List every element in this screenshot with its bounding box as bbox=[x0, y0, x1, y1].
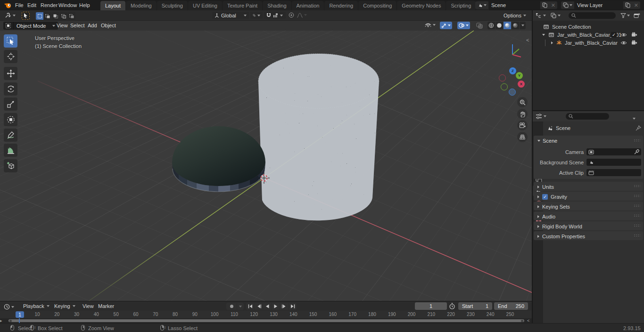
auto-keying-dropdown[interactable] bbox=[237, 303, 244, 310]
jump-to-start-button[interactable] bbox=[246, 303, 254, 310]
timeline-ruler[interactable]: 1 10203040506070809010011012013014015016… bbox=[0, 311, 532, 318]
keying-sets-panel[interactable]: Keying Sets bbox=[534, 202, 643, 211]
sidebar-collapse-arrow[interactable]: < bbox=[526, 37, 529, 43]
next-keyframe-button[interactable] bbox=[280, 303, 288, 310]
custom-properties-panel[interactable]: Custom Properties bbox=[534, 231, 643, 240]
prev-keyframe-button[interactable] bbox=[255, 303, 263, 310]
tool-move[interactable] bbox=[4, 67, 17, 80]
outliner-filter-mode[interactable] bbox=[551, 13, 561, 18]
pointcloud-object[interactable] bbox=[255, 47, 387, 231]
scene-name[interactable]: Scene bbox=[488, 1, 540, 9]
gizmo-z-axis[interactable]: Z bbox=[509, 67, 516, 74]
proportional-edit-controls[interactable] bbox=[289, 12, 307, 18]
divider-vertical[interactable] bbox=[532, 10, 533, 323]
tab-rendering[interactable]: Rendering bbox=[324, 1, 358, 10]
active-clip-field[interactable] bbox=[586, 169, 641, 176]
object-menu[interactable]: Object bbox=[97, 21, 120, 31]
tab-uv-editing[interactable]: UV Editing bbox=[188, 1, 222, 10]
rigid-body-panel[interactable]: Rigid Body World bbox=[534, 221, 643, 230]
timeline-view-menu[interactable]: View bbox=[80, 301, 96, 311]
overlays-toggle[interactable] bbox=[457, 22, 470, 29]
gizmo-x-neg[interactable] bbox=[499, 74, 506, 81]
keying-menu[interactable]: Keying bbox=[52, 301, 78, 311]
gravity-checkbox[interactable]: ✓ bbox=[542, 194, 548, 200]
background-scene-field[interactable] bbox=[586, 159, 641, 166]
outliner-item-label[interactable]: Scene Collection bbox=[552, 24, 591, 30]
tool-scale[interactable] bbox=[4, 97, 17, 111]
gizmo-y-neg[interactable] bbox=[501, 83, 508, 90]
current-frame-field[interactable]: 1 bbox=[415, 302, 447, 310]
audio-panel[interactable]: Audio bbox=[534, 211, 643, 220]
new-collection-button[interactable] bbox=[634, 13, 640, 18]
shading-options-dropdown[interactable] bbox=[520, 22, 526, 29]
start-frame-field[interactable]: Start1 bbox=[458, 302, 492, 310]
select-mode-new[interactable] bbox=[36, 12, 43, 20]
tab-modeling[interactable]: Modeling bbox=[126, 1, 157, 10]
playback-menu[interactable]: Playback bbox=[21, 301, 52, 311]
tool-select-box[interactable] bbox=[4, 34, 17, 48]
view-layer-copy-button[interactable] bbox=[623, 1, 632, 9]
panel-grip[interactable] bbox=[634, 139, 640, 142]
tab-texture-paint[interactable]: Texture Paint bbox=[223, 1, 262, 10]
lid-object[interactable] bbox=[172, 126, 265, 195]
tool-measure[interactable] bbox=[4, 144, 17, 157]
pin-icon[interactable] bbox=[636, 125, 641, 131]
timeline-scrollbar[interactable] bbox=[8, 319, 524, 322]
pivot-point-dropdown[interactable] bbox=[250, 12, 263, 19]
xray-toggle[interactable] bbox=[476, 23, 483, 29]
pan-button[interactable] bbox=[517, 109, 528, 119]
gizmo-y-axis[interactable]: Y bbox=[516, 72, 523, 79]
tool-annotate[interactable] bbox=[4, 129, 17, 142]
shading-solid-button[interactable] bbox=[495, 22, 503, 29]
shading-material-button[interactable] bbox=[504, 22, 511, 29]
view-layer-remove-button[interactable]: ✕ bbox=[632, 1, 640, 9]
zoom-button[interactable] bbox=[517, 97, 528, 107]
outliner-row-scene-collection[interactable]: Scene Collection bbox=[533, 23, 644, 31]
select-mode-subtract[interactable] bbox=[52, 12, 59, 20]
tab-shading[interactable]: Shading bbox=[263, 1, 291, 10]
options-dropdown[interactable]: Options bbox=[504, 13, 526, 18]
gizmos-toggle[interactable] bbox=[440, 22, 452, 29]
end-frame-field[interactable]: End250 bbox=[494, 302, 528, 310]
tool-rotate[interactable] bbox=[4, 82, 17, 96]
timeline-marker-menu[interactable]: Marker bbox=[96, 301, 116, 311]
outliner-display-mode[interactable] bbox=[536, 13, 546, 18]
scroll-left-arrow[interactable]: ▸ bbox=[0, 318, 2, 323]
shading-rendered-button[interactable] bbox=[512, 22, 519, 29]
snap-controls[interactable] bbox=[264, 12, 286, 19]
scene-copy-button[interactable] bbox=[540, 1, 549, 9]
units-panel[interactable]: Units bbox=[534, 182, 643, 191]
active-tool-indicator[interactable] bbox=[22, 12, 30, 20]
outliner-item-label[interactable]: Jar_with_Black_Caviar bbox=[565, 40, 618, 46]
scene-panel-header[interactable]: Scene bbox=[537, 138, 557, 144]
select-mode-invert[interactable] bbox=[60, 12, 67, 20]
mode-dropdown[interactable]: Object Mode bbox=[3, 22, 58, 30]
hide-eye-icon[interactable] bbox=[620, 32, 627, 37]
menu-edit[interactable]: Edit bbox=[25, 0, 39, 10]
properties-options[interactable] bbox=[633, 115, 636, 121]
eyedropper-icon[interactable] bbox=[634, 149, 639, 154]
scene-selector[interactable]: Scene ✕ bbox=[475, 1, 557, 9]
tab-sculpting[interactable]: Sculpting bbox=[157, 1, 188, 10]
gizmo-x-axis[interactable]: X bbox=[518, 81, 525, 88]
tab-animation[interactable]: Animation bbox=[292, 1, 324, 10]
disable-render-camera-icon[interactable] bbox=[631, 32, 637, 37]
transform-orientation-dropdown[interactable]: Global bbox=[212, 12, 249, 19]
disable-render-camera-icon[interactable] bbox=[631, 40, 637, 45]
view-layer-selector[interactable]: View Layer ✕ bbox=[561, 1, 640, 9]
tool-cursor[interactable] bbox=[4, 50, 17, 63]
gizmo-z-neg[interactable] bbox=[509, 89, 516, 96]
select-mode-intersect[interactable] bbox=[68, 12, 75, 20]
tab-layout[interactable]: Layout bbox=[100, 1, 125, 10]
properties-search[interactable] bbox=[566, 113, 609, 120]
camera-field[interactable] bbox=[586, 148, 641, 155]
tab-scripting[interactable]: Scripting bbox=[446, 1, 476, 10]
outliner-filter[interactable] bbox=[620, 13, 630, 18]
divider-timeline[interactable] bbox=[0, 301, 532, 301]
editor-type-button[interactable] bbox=[5, 13, 16, 18]
view-layer-icon[interactable] bbox=[561, 1, 574, 9]
tool-add-cube[interactable] bbox=[4, 159, 17, 172]
menu-help[interactable]: Help bbox=[76, 0, 93, 10]
tool-transform[interactable] bbox=[4, 113, 17, 126]
hide-eye-icon[interactable] bbox=[620, 40, 627, 45]
